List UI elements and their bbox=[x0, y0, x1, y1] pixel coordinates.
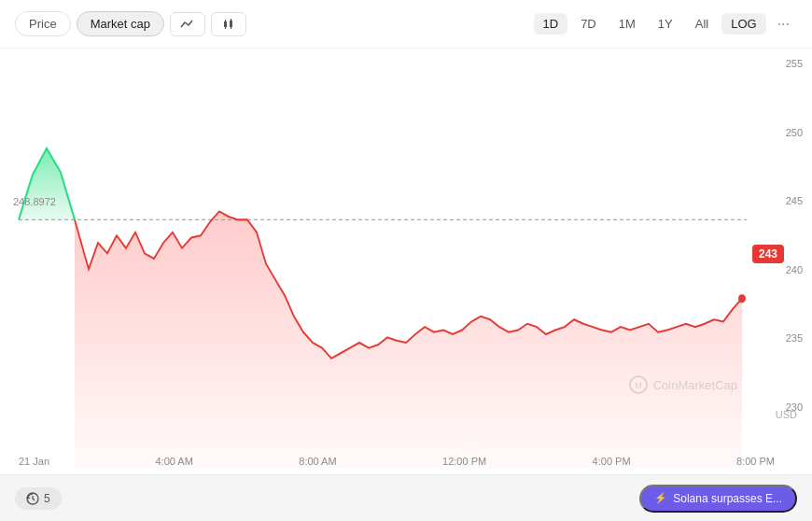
lightning-icon: ⚡ bbox=[654, 492, 667, 504]
time-btn-1d[interactable]: 1D bbox=[534, 13, 568, 35]
tab-market-cap[interactable]: Market cap bbox=[77, 11, 164, 36]
cmc-logo-icon: M bbox=[629, 375, 648, 394]
chart-svg bbox=[0, 49, 812, 469]
tab-price[interactable]: Price bbox=[15, 11, 71, 36]
toolbar-right: 1D 7D 1M 1Y All LOG ··· bbox=[534, 12, 797, 36]
watermark: M CoinMarketCap bbox=[629, 375, 737, 394]
watermark-text: CoinMarketCap bbox=[653, 378, 737, 392]
y-label-235: 235 bbox=[786, 332, 803, 344]
svg-rect-3 bbox=[230, 21, 232, 27]
y-label-240: 240 bbox=[786, 264, 803, 275]
x-label-8am: 8:00 AM bbox=[299, 456, 336, 467]
x-label-21jan: 21 Jan bbox=[19, 456, 49, 467]
chart-area: 255 250 245 240 235 230 243 248.8972 M C… bbox=[0, 49, 812, 469]
more-btn[interactable]: ··· bbox=[770, 12, 797, 36]
y-label-250: 250 bbox=[786, 127, 803, 138]
history-count: 5 bbox=[44, 492, 50, 505]
bottom-bar: 5 ⚡ Solana surpasses E... bbox=[0, 474, 812, 521]
time-btn-all[interactable]: All bbox=[686, 13, 718, 35]
x-label-8pm: 8:00 PM bbox=[736, 456, 775, 467]
x-label-4am: 4:00 AM bbox=[155, 456, 192, 467]
candle-chart-btn[interactable] bbox=[211, 12, 246, 36]
svg-rect-0 bbox=[224, 21, 227, 27]
news-badge-btn[interactable]: ⚡ Solana surpasses E... bbox=[639, 485, 797, 513]
current-price-badge: 243 bbox=[752, 245, 784, 263]
log-btn[interactable]: LOG bbox=[721, 13, 765, 35]
x-label-12pm: 12:00 PM bbox=[442, 456, 486, 467]
toolbar-left: Price Market cap bbox=[15, 11, 246, 36]
line-icon bbox=[180, 18, 195, 31]
history-btn[interactable]: 5 bbox=[15, 487, 62, 510]
x-axis-labels: 21 Jan 4:00 AM 8:00 AM 12:00 PM 4:00 PM … bbox=[19, 456, 775, 467]
news-label: Solana surpasses E... bbox=[673, 492, 782, 505]
y-label-245: 245 bbox=[786, 195, 803, 206]
time-btn-1y[interactable]: 1Y bbox=[649, 13, 682, 35]
toolbar: Price Market cap 1D 7D 1M 1Y All LOG ··· bbox=[0, 0, 812, 49]
usd-label: USD bbox=[776, 409, 797, 420]
candle-icon bbox=[221, 18, 236, 31]
svg-point-7 bbox=[738, 294, 746, 303]
x-label-4pm: 4:00 PM bbox=[593, 456, 631, 467]
time-btn-7d[interactable]: 7D bbox=[571, 13, 606, 35]
time-btn-1m[interactable]: 1M bbox=[609, 13, 645, 35]
svg-text:M: M bbox=[635, 381, 642, 390]
y-axis: 255 250 245 240 235 230 bbox=[786, 49, 803, 422]
line-chart-btn[interactable] bbox=[170, 12, 205, 36]
ref-price-label: 248.8972 bbox=[13, 196, 56, 207]
y-label-255: 255 bbox=[786, 58, 803, 69]
history-icon bbox=[26, 492, 39, 505]
